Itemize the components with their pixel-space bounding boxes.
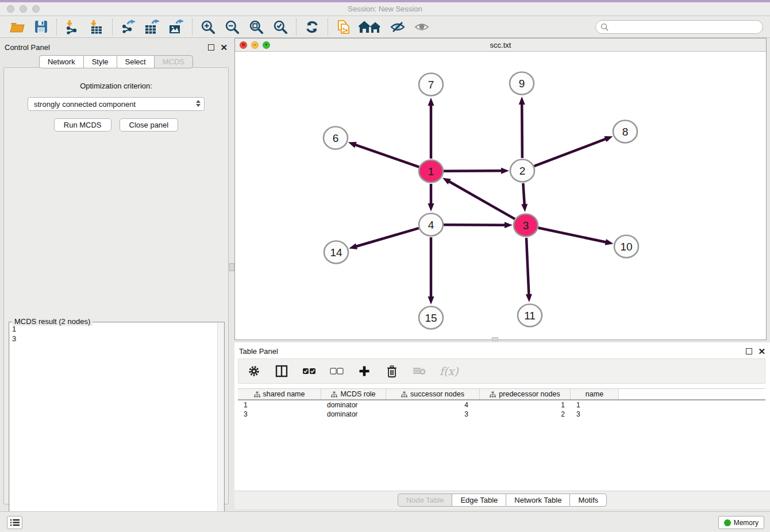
hierarchy-icon <box>254 391 260 398</box>
graph-edge-3-11[interactable] <box>526 238 529 295</box>
close-table-panel-icon[interactable]: ✕ <box>758 348 765 354</box>
column-header-shared-name[interactable]: shared name <box>238 389 321 399</box>
mcds-result-text[interactable]: 1 3 <box>10 323 217 532</box>
app-title-bar: Session: New Session <box>0 0 770 16</box>
float-table-panel-icon[interactable] <box>746 348 752 354</box>
cell-name[interactable]: 1 <box>571 401 619 409</box>
open-network-file-button[interactable] <box>334 18 353 36</box>
zoom-fit-button[interactable] <box>247 18 266 36</box>
tab-motifs[interactable]: Motifs <box>569 494 607 507</box>
graph-edge-1-6[interactable] <box>355 145 419 167</box>
column-header-successor-nodes[interactable]: successor nodes <box>386 389 480 399</box>
close-panel-button[interactable]: Close panel <box>120 118 179 132</box>
graph-node-label-7: 7 <box>428 79 434 91</box>
title-bar-accent <box>0 0 770 2</box>
cell-mcds-role[interactable]: dominator <box>321 410 386 418</box>
table-header-row: shared name MCDS role successor nodes pr… <box>238 388 765 400</box>
network-graph[interactable]: 7968124314101511 <box>235 52 766 340</box>
graph-edge-4-3[interactable] <box>444 225 506 225</box>
graph-node-label-10: 10 <box>620 241 632 253</box>
column-label: successor nodes <box>410 390 464 398</box>
home-layout-button[interactable] <box>358 18 383 36</box>
tab-style[interactable]: Style <box>83 55 117 68</box>
search-box[interactable] <box>595 20 763 34</box>
cell-name[interactable]: 3 <box>571 410 619 418</box>
save-session-button[interactable] <box>31 18 51 36</box>
open-session-button[interactable] <box>7 18 26 36</box>
tab-mcds[interactable]: MCDS <box>154 55 193 68</box>
export-table-button[interactable] <box>143 18 162 36</box>
graph-node-label-15: 15 <box>425 312 437 324</box>
checked-boxes-icon <box>302 368 316 375</box>
cell-predecessor-nodes[interactable]: 2 <box>480 410 571 418</box>
memory-button[interactable]: Memory <box>718 516 764 529</box>
import-network-icon <box>65 20 80 34</box>
cell-shared-name[interactable]: 3 <box>238 410 321 418</box>
tab-select[interactable]: Select <box>117 55 154 68</box>
network-window-titlebar[interactable]: ✕ − + scc.txt <box>235 38 766 52</box>
panel-divider-grip[interactable] <box>229 263 234 271</box>
graph-edge-arrowhead <box>526 294 532 302</box>
zoom-out-button[interactable] <box>222 18 242 36</box>
tab-network-table[interactable]: Network Table <box>506 494 569 507</box>
eye-icon <box>414 20 430 34</box>
import-network-button[interactable] <box>63 18 82 36</box>
graph-edge-4-14[interactable] <box>356 228 419 246</box>
table-row[interactable]: 3 dominator 3 2 3 <box>238 410 765 419</box>
export-table-icon <box>144 20 160 34</box>
deselect-all-columns-button[interactable] <box>329 364 344 379</box>
mcds-panel: Optimization criterion: strongly connect… <box>3 67 229 504</box>
cell-mcds-role[interactable]: dominator <box>321 401 386 409</box>
criterion-dropdown[interactable]: strongly connected component <box>28 97 205 111</box>
unchecked-boxes-icon <box>330 368 344 375</box>
table-settings-button[interactable] <box>247 364 261 379</box>
graph-edge-2-8[interactable] <box>534 138 607 166</box>
hide-selected-button[interactable] <box>388 18 407 36</box>
control-panel-title: Control Panel <box>5 43 50 52</box>
table-toolbar: f(x) <box>238 358 765 384</box>
cell-predecessor-nodes[interactable]: 1 <box>480 401 571 409</box>
graph-edge-arrowhead <box>348 142 357 148</box>
network-resize-grip[interactable] <box>492 337 498 341</box>
control-panel-tabs: Network Style Select MCDS <box>0 55 232 68</box>
run-mcds-button[interactable]: Run MCDS <box>54 118 111 132</box>
import-table-button[interactable] <box>87 18 106 36</box>
column-header-name[interactable]: name <box>571 389 619 399</box>
zoom-in-button[interactable] <box>198 18 218 36</box>
graph-edge-3-1[interactable] <box>448 181 514 219</box>
close-panel-icon[interactable]: ✕ <box>220 44 228 51</box>
result-scrollbar[interactable] <box>217 323 224 532</box>
float-panel-icon[interactable] <box>208 44 214 51</box>
table-row[interactable]: 1 dominator 4 1 1 <box>238 400 765 410</box>
graph-edge-arrowhead <box>428 98 434 106</box>
graph-edge-3-10[interactable] <box>538 228 607 242</box>
node-table: shared name MCDS role successor nodes pr… <box>238 388 765 491</box>
column-header-mcds-role[interactable]: MCDS role <box>321 389 386 399</box>
export-image-button[interactable] <box>167 18 186 36</box>
task-history-button[interactable] <box>7 516 22 529</box>
graph-edge-2-9[interactable] <box>522 103 522 158</box>
network-canvas[interactable]: 7968124314101511 <box>235 52 766 340</box>
add-column-button[interactable] <box>357 364 372 379</box>
select-all-columns-button[interactable] <box>302 364 317 379</box>
tab-node-table[interactable]: Node Table <box>398 494 452 507</box>
delete-column-button[interactable] <box>384 364 399 379</box>
tab-network[interactable]: Network <box>39 55 83 68</box>
mcds-result-frame: 1 3 <box>9 322 225 532</box>
export-network-button[interactable] <box>118 18 138 36</box>
column-header-predecessor-nodes[interactable]: predecessor nodes <box>480 389 571 399</box>
refresh-view-button[interactable] <box>302 18 322 36</box>
graph-edge-2-3[interactable] <box>523 183 524 205</box>
graph-node-label-3: 3 <box>523 219 529 232</box>
show-column-panel-button[interactable] <box>274 364 289 379</box>
search-input[interactable] <box>611 23 763 31</box>
columns-icon <box>275 365 288 377</box>
zoom-selected-button[interactable] <box>271 18 290 36</box>
graph-edge-1-2[interactable] <box>444 171 502 171</box>
cell-successor-nodes[interactable]: 3 <box>386 410 480 418</box>
tab-edge-table[interactable]: Edge Table <box>452 494 506 507</box>
cell-successor-nodes[interactable]: 4 <box>386 401 480 409</box>
show-all-button[interactable] <box>412 18 432 36</box>
table-tabs-strip: Node Table Edge Table Network Table Moti… <box>234 491 770 509</box>
cell-shared-name[interactable]: 1 <box>238 401 321 409</box>
